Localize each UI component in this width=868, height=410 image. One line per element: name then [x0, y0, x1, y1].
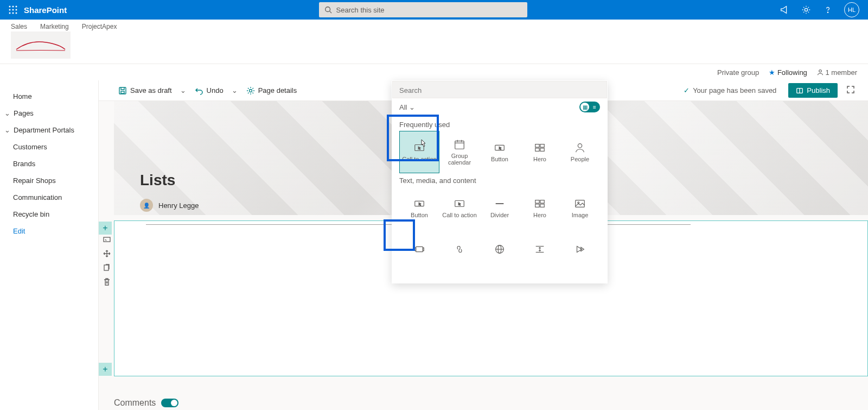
picker-item-gallery[interactable] [399, 229, 439, 272]
crumb-marketing[interactable]: Marketing [40, 23, 69, 30]
svg-point-4 [12, 9, 14, 11]
save-icon [118, 86, 127, 95]
svg-rect-19 [104, 237, 110, 242]
svg-rect-22 [455, 141, 464, 149]
gear-icon [246, 86, 255, 95]
app-name[interactable]: SharePoint [24, 5, 67, 15]
picker-filter-dropdown[interactable]: All⌄ [399, 103, 415, 111]
settings-icon[interactable] [801, 4, 812, 15]
svg-point-0 [9, 6, 11, 8]
picker-item-spacer[interactable] [520, 229, 560, 272]
chevron-down-icon: ⌄ [4, 109, 10, 117]
move-webpart-icon[interactable] [101, 248, 112, 259]
svg-rect-38 [535, 200, 539, 204]
svg-point-34 [578, 144, 582, 148]
edit-webpart-icon[interactable] [101, 234, 112, 245]
search-box[interactable] [319, 2, 527, 17]
nav-home[interactable]: Home [0, 88, 98, 105]
suite-header: SharePoint HL [0, 0, 868, 20]
svg-point-16 [249, 89, 252, 92]
nav-department-portals[interactable]: ⌄Department Portals [0, 122, 98, 138]
hero-icon [534, 142, 546, 154]
picker-item-link[interactable] [439, 229, 480, 272]
svg-rect-41 [540, 204, 544, 207]
publish-button[interactable]: Publish [788, 83, 838, 98]
svg-rect-15 [121, 91, 124, 93]
spacer-icon [534, 243, 546, 255]
svg-point-5 [16, 9, 17, 11]
picker-section-frequent: Frequently used [399, 117, 607, 131]
picker-item-hero[interactable]: Hero [520, 187, 560, 229]
svg-point-2 [16, 6, 17, 8]
gallery-icon [413, 243, 425, 255]
svg-rect-14 [119, 87, 126, 94]
stream-icon [574, 243, 586, 255]
author-name: Henry Legge [158, 201, 199, 210]
nav-recycle-bin[interactable]: Recycle bin [0, 206, 98, 223]
hub-nav: Sales Marketing ProjectApex [11, 23, 857, 30]
follow-button[interactable]: ★ Following [769, 68, 807, 77]
crumb-sales[interactable]: Sales [11, 23, 27, 30]
page-title[interactable]: Lists [140, 172, 199, 189]
svg-rect-30 [535, 144, 539, 148]
svg-point-8 [16, 12, 17, 14]
webpart-picker: All⌄ ▦ ≡ Frequently used Call to actionG… [392, 80, 608, 283]
profile-avatar[interactable]: HL [844, 2, 859, 17]
site-logo[interactable] [11, 31, 71, 59]
members-button[interactable]: 1 member [817, 68, 857, 77]
undo-button[interactable]: Undo [192, 84, 227, 97]
picker-item-calendar[interactable]: Group calendar [439, 131, 480, 173]
chevron-down-icon: ⌄ [409, 103, 415, 111]
app-launcher-icon[interactable] [4, 1, 22, 18]
picker-item-image[interactable]: Image [560, 187, 600, 229]
svg-rect-45 [415, 248, 416, 251]
help-icon[interactable] [822, 4, 833, 15]
saved-message: ✓ Your page has been saved [684, 86, 776, 94]
globe-icon [494, 243, 506, 255]
save-as-draft-button[interactable]: Save as draft [115, 84, 175, 97]
picker-search[interactable] [392, 81, 607, 98]
nav-repair-shops[interactable]: Repair Shops [0, 172, 98, 189]
picker-view-toggle[interactable]: ▦ ≡ [579, 102, 600, 112]
add-section-top[interactable]: + [99, 222, 112, 235]
nav-pages[interactable]: ⌄Pages [0, 105, 98, 122]
nav-brands[interactable]: Brands [0, 155, 98, 172]
megaphone-icon[interactable] [779, 4, 790, 15]
picker-item-people[interactable]: People [560, 131, 600, 173]
svg-rect-44 [416, 247, 423, 251]
picker-item-button[interactable]: Button [399, 187, 439, 229]
picker-item-globe[interactable] [480, 229, 520, 272]
comments-toggle[interactable] [161, 399, 178, 407]
save-dropdown[interactable]: ⌄ [178, 86, 188, 94]
nav-customers[interactable]: Customers [0, 138, 98, 155]
search-input[interactable] [336, 6, 522, 14]
picker-item-divider[interactable]: Divider [480, 187, 520, 229]
svg-point-11 [805, 8, 807, 11]
svg-point-12 [827, 12, 828, 12]
picker-item-stream[interactable] [560, 229, 600, 272]
picker-item-hero[interactable]: Hero [520, 131, 560, 173]
delete-webpart-icon[interactable] [101, 276, 112, 287]
undo-dropdown[interactable]: ⌄ [230, 86, 240, 94]
nav-communication[interactable]: Communication [0, 189, 98, 206]
expand-icon[interactable] [846, 85, 855, 96]
search-icon [324, 6, 332, 14]
add-section-bottom[interactable]: + [99, 363, 112, 376]
page-details-button[interactable]: Page details [243, 84, 301, 97]
group-info-bar: Private group ★ Following 1 member [0, 64, 868, 80]
svg-rect-20 [104, 265, 108, 270]
picker-search-input[interactable] [399, 86, 600, 94]
picker-item-cta[interactable]: Call to action [399, 131, 439, 173]
picker-item-button[interactable]: Button [480, 131, 520, 173]
cta-icon [413, 142, 425, 154]
publish-icon [796, 87, 803, 94]
button-icon [413, 198, 425, 210]
svg-point-7 [12, 12, 14, 14]
crumb-project[interactable]: ProjectApex [82, 23, 117, 30]
divider-icon [494, 198, 506, 210]
picker-item-cta[interactable]: Call to action [439, 187, 480, 229]
picker-section-text: Text, media, and content [399, 173, 607, 187]
svg-rect-39 [540, 200, 544, 204]
duplicate-webpart-icon[interactable] [101, 262, 112, 273]
nav-edit[interactable]: Edit [0, 223, 98, 239]
